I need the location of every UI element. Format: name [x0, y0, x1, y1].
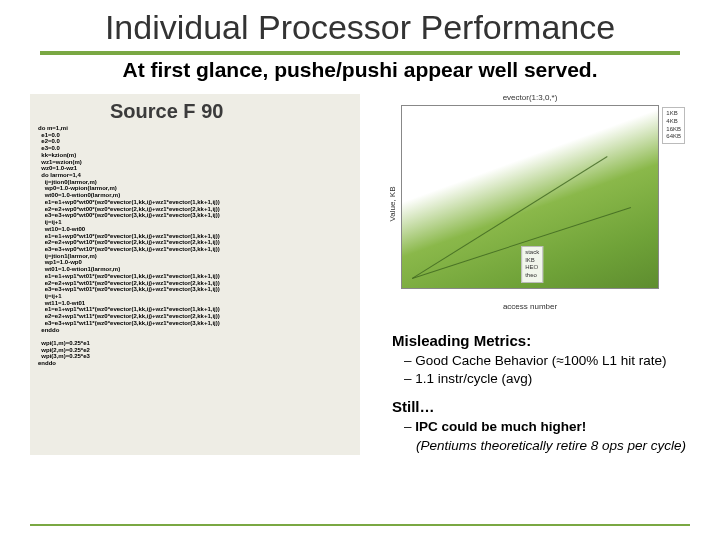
code-panel: Source F 90 do m=1,mi e1=0.0 e2=0.0 e3=0…: [30, 94, 360, 455]
legend-item: 1KB: [666, 110, 681, 118]
code-body: do m=1,mi e1=0.0 e2=0.0 e3=0.0 kk=kzion(…: [38, 125, 352, 367]
legend-item: 16KB: [666, 126, 681, 134]
chart-title: evector(1:3,0,*): [371, 93, 689, 102]
analysis-point: Good Cache Behavior (≈100% L1 hit rate): [404, 352, 720, 370]
chart-legend-bottom: stack IKB HEO theo: [521, 246, 543, 283]
analysis-heading-1-text: Misleading Metrics:: [392, 332, 531, 349]
analysis-block: Misleading Metrics: Good Cache Behavior …: [382, 332, 720, 455]
analysis-heading-2-text: Still…: [392, 398, 435, 415]
right-column: evector(1:3,0,*) Value, KB access number…: [360, 94, 720, 455]
content-row: Source F 90 do m=1,mi e1=0.0 e2=0.0 e3=0…: [0, 94, 720, 455]
analysis-point: (Pentiums theoretically retire 8 ops per…: [416, 437, 720, 455]
page-subtitle: At first glance, pushe/pushi appear well…: [0, 58, 720, 82]
legend-item: 4KB: [666, 118, 681, 126]
analysis-point: IPC could be much higher!: [404, 418, 720, 436]
title-underline: [40, 51, 680, 55]
analysis-point-text: IPC could be much higher!: [415, 419, 586, 434]
analysis-heading-1: Misleading Metrics:: [382, 332, 720, 349]
chart-xlabel: access number: [371, 302, 689, 311]
code-title: Source F 90: [38, 100, 352, 123]
legend-item: HEO: [525, 264, 539, 272]
legend-item: stack: [525, 249, 539, 257]
footer-line: [30, 524, 690, 526]
access-chart: evector(1:3,0,*) Value, KB access number…: [370, 94, 690, 314]
analysis-point: 1.1 instr/cycle (avg): [404, 370, 720, 388]
analysis-heading-2: Still…: [382, 398, 720, 415]
legend-item: theo: [525, 272, 539, 280]
legend-item: IKB: [525, 257, 539, 265]
page-title: Individual Processor Performance: [0, 0, 720, 47]
chart-ylabel: Value, KB: [388, 187, 397, 222]
legend-item: 64KB: [666, 133, 681, 141]
chart-legend-top: 1KB 4KB 16KB 64KB: [662, 107, 685, 144]
